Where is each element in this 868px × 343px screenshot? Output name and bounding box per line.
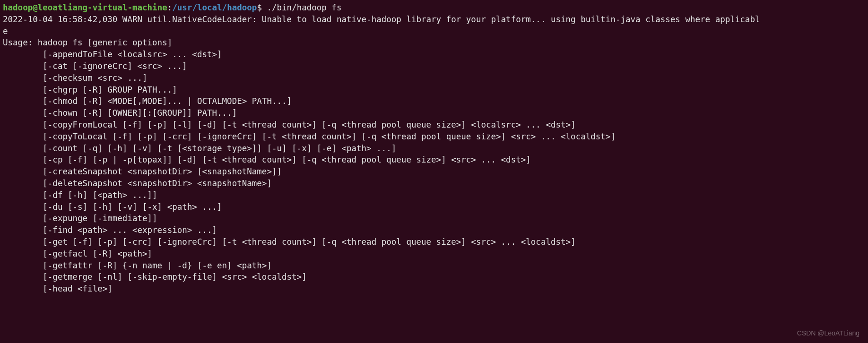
output-line: [-chgrp [-R] GROUP PATH...]: [3, 85, 177, 94]
prompt-host: leoatliang-virtual-machine: [38, 3, 167, 12]
terminal-output[interactable]: hadoop@leoatliang-virtual-machine:/usr/l…: [0, 0, 868, 297]
output-line: [-copyToLocal [-f] [-p] [-crc] [-ignoreC…: [3, 132, 616, 141]
output-line: [-getfattr [-R] {-n name | -d} [-e en] <…: [3, 261, 272, 270]
output-line: 2022-10-04 16:58:42,030 WARN util.Native…: [3, 15, 760, 24]
output-line: [-count [-q] [-h] [-v] [-t [<storage typ…: [3, 144, 396, 153]
prompt-path: /usr/local/hadoop: [172, 3, 257, 12]
watermark: CSDN @LeoATLiang: [797, 327, 859, 339]
output-line: [-deleteSnapshot <snapshotDir> <snapshot…: [3, 179, 272, 188]
output-line: [-get [-f] [-p] [-crc] [-ignoreCrc] [-t …: [3, 237, 576, 247]
output-line: [-cat [-ignoreCrc] <src> ...]: [3, 61, 187, 71]
output-line: [-df [-h] [<path> ...]]: [3, 190, 157, 200]
output-line: [-find <path> ... <expression> ...]: [3, 225, 217, 235]
output-line: [-getmerge [-nl] [-skip-empty-file] <src…: [3, 272, 307, 282]
prompt-at: @: [33, 3, 38, 12]
output-line: [-appendToFile <localsrc> ... <dst>]: [3, 50, 222, 59]
prompt-user: hadoop: [3, 3, 33, 12]
output-line: e: [3, 26, 8, 36]
output-line: [-cp [-f] [-p | -p[topax]] [-d] [-t <thr…: [3, 155, 531, 164]
output-line: Usage: hadoop fs [generic options]: [3, 38, 172, 47]
prompt-dollar: $: [257, 3, 267, 12]
output-line: [-checksum <src> ...]: [3, 73, 148, 83]
prompt-colon: :: [167, 3, 173, 12]
output-line: [-copyFromLocal [-f] [-p] [-l] [-d] [-t …: [3, 120, 576, 129]
output-line: [-chown [-R] [OWNER][:[GROUP]] PATH...]: [3, 108, 237, 118]
output-line: [-head <file>]: [3, 284, 113, 293]
output-line: [-getfacl [-R] <path>]: [3, 249, 152, 258]
output-line: [-du [-s] [-h] [-v] [-x] <path> ...]: [3, 202, 222, 212]
output-line: [-chmod [-R] <MODE[,MODE]... | OCTALMODE…: [3, 96, 292, 106]
output-line: [-expunge [-immediate]]: [3, 214, 157, 223]
output-line: [-createSnapshot <snapshotDir> [<snapsho…: [3, 167, 282, 176]
prompt-command: ./bin/hadoop fs: [267, 3, 341, 12]
